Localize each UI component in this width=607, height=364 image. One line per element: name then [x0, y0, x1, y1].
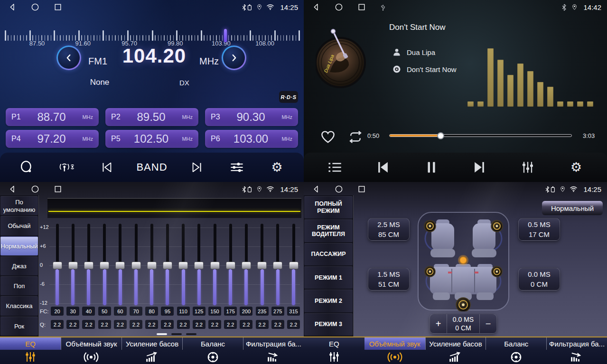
eq-band-slider[interactable]: [289, 224, 299, 305]
slider-handle[interactable]: [131, 262, 141, 269]
seek-bar[interactable]: [389, 134, 572, 137]
q-value-chip[interactable]: 2.2: [208, 320, 221, 329]
slider-handle[interactable]: [178, 262, 188, 269]
fc-value-chip[interactable]: 30: [66, 307, 79, 316]
eq-band-slider[interactable]: [194, 224, 204, 305]
tab-balance[interactable]: Баланс: [182, 337, 243, 364]
home-icon[interactable]: [30, 2, 40, 12]
mode-item[interactable]: РЕЖИМ ВОДИТЕЛЯ: [304, 219, 353, 242]
equalizer-button[interactable]: [226, 156, 248, 178]
eq-preset-item[interactable]: Обычай: [0, 216, 38, 235]
q-value-chip[interactable]: 2.2: [98, 320, 111, 329]
q-value-chip[interactable]: 2.2: [114, 320, 127, 329]
slider-handle[interactable]: [226, 262, 235, 269]
slider-handle[interactable]: [147, 262, 157, 269]
page-dot[interactable]: [157, 333, 167, 335]
fc-value-chip[interactable]: 20: [51, 307, 64, 316]
slider-handle[interactable]: [257, 262, 267, 269]
slider-handle[interactable]: [242, 262, 251, 269]
q-value-chip[interactable]: 2.2: [193, 320, 205, 329]
eq-band-slider[interactable]: [257, 224, 267, 305]
slider-handle[interactable]: [68, 262, 78, 269]
eq-band-slider[interactable]: [147, 224, 157, 305]
prev-station-button[interactable]: [96, 156, 118, 178]
recents-icon[interactable]: [53, 2, 63, 12]
tab-filter[interactable]: Фильтрация ба...: [546, 337, 607, 364]
broadcast-button[interactable]: [56, 156, 78, 178]
eq-band-slider[interactable]: [273, 224, 282, 305]
slider-handle[interactable]: [115, 262, 125, 269]
mode-item[interactable]: РЕЖИМ 3: [304, 313, 353, 336]
tuning-pointer[interactable]: [224, 29, 227, 42]
slider-handle[interactable]: [289, 262, 299, 269]
fc-value-chip[interactable]: 60: [114, 307, 127, 316]
tab-balance[interactable]: Баланс: [486, 337, 546, 364]
q-value-chip[interactable]: 2.2: [161, 320, 174, 329]
fc-value-chip[interactable]: 80: [145, 307, 158, 316]
eq-preset-item[interactable]: Классика: [0, 296, 38, 315]
tab-surround[interactable]: Объёмный звук: [364, 337, 425, 364]
fc-value-chip[interactable]: 315: [287, 307, 300, 316]
preset-button[interactable]: P497.20MHz: [6, 130, 99, 148]
slider-handle[interactable]: [273, 262, 282, 269]
preset-button[interactable]: P6103.00MHz: [205, 130, 298, 148]
slider-handle[interactable]: [100, 262, 109, 269]
back-icon[interactable]: [8, 2, 17, 12]
tune-up-button[interactable]: [222, 46, 246, 70]
q-value-chip[interactable]: 2.2: [51, 320, 64, 329]
dx-mode-label[interactable]: DX: [179, 79, 189, 87]
eq-band-slider[interactable]: [68, 224, 78, 305]
eq-band-slider[interactable]: [131, 224, 141, 305]
fc-value-chip[interactable]: 50: [98, 307, 111, 316]
eq-preset-item[interactable]: Рок: [0, 317, 38, 336]
favorite-button[interactable]: [317, 126, 339, 148]
fc-value-chip[interactable]: 40: [82, 307, 95, 316]
mode-item[interactable]: ПОЛНЫЙ РЕЖИМ: [304, 196, 353, 218]
fc-value-chip[interactable]: 110: [177, 307, 190, 316]
increase-delay-button[interactable]: +: [430, 314, 447, 333]
eq-preset-item[interactable]: Джаз: [0, 256, 38, 275]
fc-value-chip[interactable]: 175: [224, 307, 237, 316]
eq-band-slider[interactable]: [84, 224, 93, 305]
next-track-button[interactable]: [468, 156, 490, 178]
q-value-chip[interactable]: 2.2: [66, 320, 79, 329]
page-dot[interactable]: [171, 333, 182, 335]
seat-map[interactable]: [417, 211, 510, 313]
decrease-delay-button[interactable]: −: [480, 314, 496, 333]
repeat-button[interactable]: [345, 126, 366, 148]
eq-band-slider[interactable]: [178, 224, 188, 305]
eq-band-slider[interactable]: [115, 224, 125, 305]
q-value-chip[interactable]: 2.2: [224, 320, 237, 329]
rear-right-delay-button[interactable]: 0.0 MS 0 CM: [518, 268, 560, 291]
tab-bass-boost[interactable]: Усиление басов: [121, 337, 182, 364]
tab-eq[interactable]: EQ: [304, 337, 364, 364]
eq-band-slider[interactable]: [163, 224, 172, 305]
seek-bar-thumb[interactable]: [437, 132, 444, 139]
home-icon[interactable]: [334, 2, 344, 12]
rear-left-delay-button[interactable]: 1.5 MS 51 CM: [368, 268, 410, 291]
slider-handle[interactable]: [194, 262, 204, 269]
scan-button[interactable]: [16, 156, 37, 178]
settings-button[interactable]: ⚙: [565, 156, 587, 178]
home-icon[interactable]: [334, 184, 344, 194]
back-icon[interactable]: [311, 2, 321, 12]
q-value-chip[interactable]: 2.2: [82, 320, 95, 329]
previous-track-button[interactable]: [372, 156, 394, 178]
preset-button[interactable]: P390.30MHz: [205, 108, 298, 126]
tab-filter[interactable]: Фильтрация ба...: [243, 337, 304, 364]
slider-handle[interactable]: [210, 262, 220, 269]
recents-icon[interactable]: [357, 184, 366, 194]
tab-eq[interactable]: EQ: [0, 337, 61, 364]
position-preset-badge[interactable]: Нормальный: [542, 201, 603, 215]
page-dot[interactable]: [186, 333, 196, 335]
eq-band-slider[interactable]: [242, 224, 251, 305]
fc-value-chip[interactable]: 275: [271, 307, 284, 316]
mode-item[interactable]: РЕЖИМ 1: [304, 266, 353, 289]
home-icon[interactable]: [30, 184, 40, 194]
eq-band-slider[interactable]: [226, 224, 235, 305]
preset-button[interactable]: P188.70MHz: [6, 108, 99, 126]
eq-preset-item[interactable]: Поп: [0, 276, 38, 295]
frequency-scale[interactable]: 87.5091.6095.7099.80103.90108.00: [0, 15, 304, 40]
q-value-chip[interactable]: 2.2: [256, 320, 269, 329]
slider-handle[interactable]: [53, 262, 62, 269]
